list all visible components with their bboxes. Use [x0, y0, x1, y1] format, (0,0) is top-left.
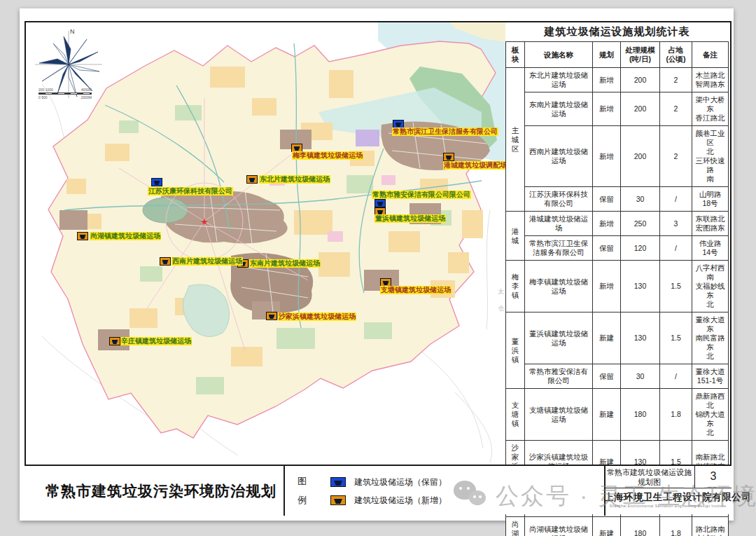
table-cell: 保留 [593, 236, 621, 261]
table-cell: 路北路南 永诚路东 [692, 517, 729, 536]
table-cell: 渠中大桥东 香江路北 [692, 92, 729, 126]
table-cell: 新增 [593, 92, 621, 126]
table-cell: 东北片建筑垃圾储运场 [525, 68, 593, 92]
footer-divider [284, 466, 285, 516]
table-row: 东南片建筑垃圾储运场新增2002渠中大桥东 香江路北 [506, 92, 729, 126]
block-cell: 董浜镇 [506, 312, 525, 389]
company-name-en: Shanghai Environmental Sanitation Engine… [604, 504, 732, 508]
table-cell: 新增 [593, 261, 621, 312]
facility-stats-table: 板块设施名称规划处理规模 (吨/日)占地 (公顷)备注主城区东北片建筑垃圾储运场… [505, 41, 729, 536]
table-row: 主城区东北片建筑垃圾储运场新增2002木兰路北 智周路东 [506, 68, 729, 92]
block-cell: 梅李镇 [506, 261, 525, 312]
table-header-cell: 设施名称 [525, 42, 593, 68]
table-cell: 180 [621, 517, 660, 536]
table-row: 常熟市滨江卫生保洁服务有限公司保留120/伟业路 14号 [506, 236, 729, 261]
table-cell: 130 [621, 312, 660, 364]
stats-table-panel: 建筑垃圾储运设施规划统计表 板块设施名称规划处理规模 (吨/日)占地 (公顷)备… [505, 23, 729, 536]
block-cell: 主城区 [506, 68, 525, 212]
titleblock-company: 上海环境卫生工程设计院有限公司 Shanghai Environmental S… [604, 489, 732, 516]
legend-char-2: 例 [298, 494, 312, 507]
table-cell: 120 [621, 236, 660, 261]
table-cell: 港城建筑垃圾储运场 [525, 212, 593, 236]
table-cell: 江苏沃康环保科技有限公司 [525, 187, 593, 212]
scale-label-top-right: 4000M [81, 88, 92, 92]
table-cell: 180 [621, 389, 660, 441]
table-cell: 1.8 [660, 389, 692, 441]
table-cell: 董徐大道东 南民富路东 北 [692, 312, 729, 364]
table-row: 江苏沃康环保科技有限公司保留30/山明路 18号 [506, 187, 729, 212]
legend-item-label: 建筑垃圾储运场（保留） [354, 476, 447, 488]
table-cell: 伟业路 14号 [692, 236, 729, 261]
table-cell: 2 [660, 68, 692, 92]
table-row: 港城港城建筑垃圾储运场新增2503东联路北 宏图路东 [506, 212, 729, 236]
block-cell: 港城 [506, 212, 525, 261]
table-cell: 200 [621, 92, 660, 126]
table-cell: 常熟市滨江卫生保洁服务有限公司 [525, 236, 593, 261]
legend-char-1: 图 [298, 475, 312, 488]
table-cell: 1.5 [660, 312, 692, 364]
table-cell: 3 [660, 212, 692, 236]
compass-north-label: N [70, 28, 75, 35]
table-row: 支塘镇支塘镇建筑垃圾储运场新建1801.8鼎新路西北 锦绣大道东 北 [506, 389, 729, 441]
table-cell: / [660, 236, 692, 261]
block-cell: 尚湖镇 [506, 517, 525, 536]
table-header-row: 板块设施名称规划处理规模 (吨/日)占地 (公顷)备注 [506, 42, 729, 68]
drawing-main-title: 常熟市建筑垃圾污染环境防治规划 [46, 466, 284, 516]
table-cell: 新建 [593, 517, 621, 536]
table-cell: 新建 [593, 389, 621, 441]
table-cell: 常熟市雅安保洁有限公司 [525, 364, 593, 389]
table-cell: 董徐大道 151-1号 [692, 364, 729, 389]
titleblock-drawing-name: 常熟市建筑垃圾储运设施规划图 [604, 466, 694, 488]
table-cell: 尚湖镇建筑垃圾储运场 [525, 517, 593, 536]
table-cell: 八字村西南 支福妙线东 北 [692, 261, 729, 312]
table-row: 西南片建筑垃圾储运场新增2002颜巷工业区 北 三环快速路 南 [506, 126, 729, 187]
table-cell: 2 [660, 126, 692, 187]
table-cell: 200 [621, 126, 660, 187]
block-cell: 支塘镇 [506, 389, 525, 441]
table-cell: 颜巷工业区 北 三环快速路 南 [692, 126, 729, 187]
table-cell: 西南片建筑垃圾储运场 [525, 126, 593, 187]
table-cell: 30 [621, 187, 660, 212]
scale-label-bottom-left: 0 500 [38, 95, 48, 99]
table-header-cell: 处理规模 (吨/日) [621, 42, 660, 68]
legend-marker-keep-icon [330, 477, 346, 487]
table-cell: 200 [621, 68, 660, 92]
table-cell: 保留 [593, 364, 621, 389]
table-cell: 1.8 [660, 517, 692, 536]
legend-heading: 图 例 [298, 466, 312, 516]
table-row: 常熟市雅安保洁有限公司保留30/董徐大道 151-1号 [506, 364, 729, 389]
table-header-cell: 规划 [593, 42, 621, 68]
scale-bar-graphic [38, 92, 92, 95]
stats-table-title: 建筑垃圾储运设施规划统计表 [505, 23, 729, 41]
company-name: 上海环境卫生工程设计院有限公司 [604, 491, 732, 504]
table-row: 董浜镇董浜镇建筑垃圾储运场新建1301.5董徐大道东 南民富路东 北 [506, 312, 729, 364]
scale-label-top-left: 200 1000 [38, 88, 53, 92]
table-cell: 支塘镇建筑垃圾储运场 [525, 389, 593, 441]
table-cell: 木兰路北 智周路东 [692, 68, 729, 92]
scale-label-bottom-right: 2000M [81, 95, 92, 99]
table-header-cell: 备注 [692, 42, 729, 68]
table-cell: 2 [660, 92, 692, 126]
legend-items: 建筑垃圾储运场（保留）建筑垃圾储运场（新增） [330, 473, 447, 509]
table-row: 梅李镇梅李镇建筑垃圾储运场新增1301.5八字村西南 支福妙线东 北 [506, 261, 729, 312]
table-cell: 250 [621, 212, 660, 236]
table-cell: 东南片建筑垃圾储运场 [525, 92, 593, 126]
table-cell: 东联路北 宏图路东 [692, 212, 729, 236]
table-cell: 130 [621, 261, 660, 312]
table-cell: 鼎新路西北 锦绣大道东 北 [692, 389, 729, 441]
table-cell: 保留 [593, 187, 621, 212]
table-cell: 新增 [593, 68, 621, 92]
titleblock-page-number: 3 [694, 466, 732, 488]
screenshot-root: N 200 1000 4000M 0 500 [0, 0, 756, 536]
table-cell: 新增 [593, 126, 621, 187]
table-cell: 1.5 [660, 261, 692, 312]
footer-strip: 常熟市建筑垃圾污染环境防治规划 图 例 建筑垃圾储运场（保留）建筑垃圾储运场（新… [24, 465, 732, 514]
legend-marker-new-icon [330, 495, 346, 505]
table-cell: 山明路 18号 [692, 187, 729, 212]
table-cell: 董浜镇建筑垃圾储运场 [525, 312, 593, 364]
table-cell: / [660, 187, 692, 212]
table-cell: 新增 [593, 212, 621, 236]
table-header-cell: 占地 (公顷) [660, 42, 692, 68]
table-row: 尚湖镇尚湖镇建筑垃圾储运场新建1801.8路北路南 永诚路东 [506, 517, 729, 536]
legend-item: 建筑垃圾储运场（新增） [330, 491, 447, 509]
